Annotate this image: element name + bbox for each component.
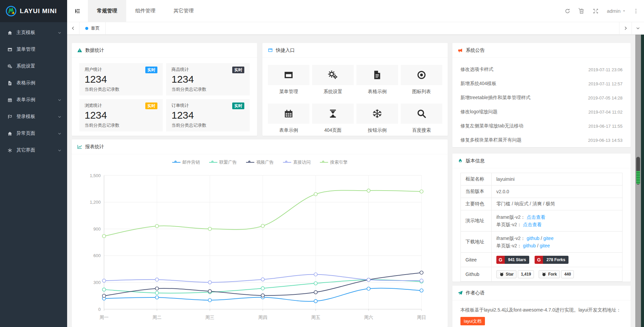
- tab-scroll-right-button[interactable]: [619, 22, 632, 34]
- app-title: LAYUI MINI: [20, 7, 57, 15]
- svg-text:0: 0: [98, 307, 101, 312]
- home-icon: [7, 30, 13, 35]
- legend-marker: [172, 161, 181, 164]
- tab-home[interactable]: 首页: [80, 22, 106, 34]
- quick-entry-label: 系统设置: [312, 89, 354, 95]
- notice-row: 修复多模块菜单栏展开有问题2019-06-13 14:53: [460, 133, 623, 147]
- collapse-sidebar-button[interactable]: [67, 0, 88, 22]
- sidebar-item-表单示例[interactable]: 表单示例: [0, 91, 67, 108]
- version-row-框架名称: 框架名称layuimini: [461, 173, 623, 186]
- legend-item-直接访问[interactable]: 直接访问: [283, 159, 311, 165]
- gitee-badge[interactable]: G941 Stars: [496, 256, 529, 264]
- paper-plane-icon: [458, 290, 463, 295]
- quick-entry-表格示例[interactable]: 表格示例: [356, 65, 398, 95]
- version-link[interactable]: github: [523, 243, 536, 248]
- stat-caption: 当前分类总记录数: [171, 122, 244, 128]
- topnav-tab-常规管理[interactable]: 常规管理: [88, 0, 126, 22]
- svg-text:1,200: 1,200: [90, 200, 101, 205]
- octocat-icon: [499, 272, 504, 277]
- content-left-column: 数据统计 用户统计实时1234当前分类总记录数商品统计实时1234当前分类总记录…: [72, 43, 448, 327]
- layui-doc-button[interactable]: layui文档: [460, 317, 485, 325]
- notice-date: 2019-07-11 12:57: [588, 81, 623, 86]
- legend-item-视频广告[interactable]: 视频广告: [246, 159, 274, 165]
- quick-entry-label: 菜单管理: [268, 89, 309, 95]
- flag-icon: [7, 114, 13, 119]
- legend-item-邮件营销[interactable]: 邮件营销: [172, 159, 200, 165]
- legend-item-联盟广告[interactable]: 联盟广告: [209, 159, 237, 165]
- report-card-title: 报表统计: [85, 144, 104, 150]
- tab-operations-button[interactable]: [632, 22, 644, 34]
- version-link[interactable]: gitee: [543, 236, 553, 241]
- author-card-title: 作者心语: [466, 290, 485, 296]
- sidebar-item-异常页面[interactable]: 异常页面: [0, 125, 67, 142]
- vertical-scrollbar-track[interactable]: [635, 35, 641, 327]
- scrollbar-stripes: [636, 171, 640, 184]
- dot-circle-icon: [416, 70, 427, 80]
- cogs-icon: [328, 70, 338, 80]
- quick-entry-表单示例[interactable]: 表单示例: [268, 104, 309, 133]
- vertical-scrollbar-thumb[interactable]: [636, 157, 640, 185]
- stat-box-订单统计: 订单统计实时1234当前分类总记录数: [166, 99, 250, 131]
- sidebar-item-菜单管理[interactable]: 菜单管理: [0, 41, 67, 58]
- quick-entry-图标列表[interactable]: 图标列表: [401, 65, 442, 95]
- github-star-button[interactable]: Star1,419: [496, 270, 534, 278]
- version-link[interactable]: 点击查看: [523, 222, 542, 227]
- chart-legend: 邮件营销联盟广告视频广告直接访问搜索引擎: [72, 154, 448, 165]
- sidebar-item-系统设置[interactable]: 系统设置: [0, 58, 67, 75]
- version-row-主要特色: 主要特色零门槛 / 响应式 / 清爽 / 极简: [461, 198, 623, 210]
- notice-row: 修改logo缩放问题2019-07-04 11:02: [460, 105, 623, 119]
- stat-value: 1234: [171, 110, 244, 121]
- version-label: Github: [461, 267, 492, 282]
- sidebar-item-其它界面[interactable]: 其它界面: [0, 142, 67, 159]
- sidebar-item-登录模板[interactable]: 登录模板: [0, 108, 67, 125]
- quick-entry-百度搜索[interactable]: 百度搜索: [401, 104, 442, 133]
- sidebar-item-主页模板[interactable]: 主页模板: [0, 24, 67, 41]
- app-logo[interactable]: LAYUI MINI: [0, 0, 67, 22]
- flame-icon: [458, 158, 463, 163]
- svg-text:600: 600: [93, 253, 101, 258]
- version-label: 演示地址: [461, 210, 492, 232]
- fullscreen-button[interactable]: [589, 0, 603, 22]
- version-row-下载地址: 下载地址iframe版-v2： github / gitee单页版-v2： gi…: [461, 232, 623, 253]
- user-menu[interactable]: admin: [603, 0, 630, 22]
- svg-text:周一: 周一: [100, 315, 109, 320]
- stats-grid: 用户统计实时1234当前分类总记录数商品统计实时1234当前分类总记录数浏览统计…: [72, 58, 257, 137]
- quick-entry-菜单管理[interactable]: 菜单管理: [268, 65, 309, 95]
- refresh-button[interactable]: [560, 0, 575, 22]
- svg-text:周五: 周五: [311, 315, 320, 320]
- topnav: 常规管理组件管理其它管理: [88, 0, 203, 22]
- gitee-icon: G: [496, 256, 505, 264]
- sidebar-item-表格示例[interactable]: 表格示例: [0, 75, 67, 91]
- sidebar-item-label: 主页模板: [16, 30, 35, 36]
- version-link[interactable]: github: [527, 236, 539, 241]
- github-fork-button[interactable]: Fork440: [539, 270, 574, 278]
- quick-entry-按钮示例[interactable]: 按钮示例: [356, 104, 398, 133]
- notice-list: 修改选项卡样式2019-07-11 23:06新增系统404模板2019-07-…: [452, 58, 631, 147]
- version-value: v2.0.0: [496, 189, 509, 194]
- topnav-tab-组件管理[interactable]: 组件管理: [126, 0, 164, 22]
- clear-cache-button[interactable]: [575, 0, 589, 22]
- version-link[interactable]: 点击查看: [527, 214, 545, 220]
- version-label: 当前版本: [461, 186, 492, 198]
- version-link[interactable]: gitee: [540, 243, 550, 248]
- legend-item-搜索引擎[interactable]: 搜索引擎: [320, 159, 348, 165]
- version-card-title: 版本信息: [466, 158, 485, 164]
- quick-entry-系统设置[interactable]: 系统设置: [312, 65, 354, 95]
- quick-entry-404页面[interactable]: 404页面: [312, 104, 354, 133]
- version-card: 版本信息 框架名称layuimini当前版本v2.0.0主要特色零门槛 / 响应…: [452, 154, 631, 282]
- quick-entry-label: 404页面: [312, 127, 354, 133]
- version-label: Gitee: [461, 253, 492, 267]
- svg-text:900: 900: [93, 227, 101, 232]
- gitee-badge[interactable]: G278 Forks: [535, 256, 568, 264]
- snowflake-icon: [372, 109, 382, 119]
- version-card-header: 版本信息: [452, 154, 631, 168]
- megaphone-icon: [458, 48, 463, 53]
- svg-text:1,500: 1,500: [90, 173, 101, 178]
- tab-scroll-left-button[interactable]: [67, 22, 80, 34]
- app-window: LAYUI MINI 主页模板菜单管理系统设置表格示例表单示例登录模板异常页面其…: [0, 0, 644, 327]
- legend-marker: [209, 161, 217, 164]
- chevron-down-icon: [57, 148, 62, 153]
- topnav-tab-其它管理[interactable]: 其它管理: [164, 0, 203, 22]
- more-menu-button[interactable]: [630, 0, 642, 22]
- sidebar-item-label: 菜单管理: [16, 46, 35, 52]
